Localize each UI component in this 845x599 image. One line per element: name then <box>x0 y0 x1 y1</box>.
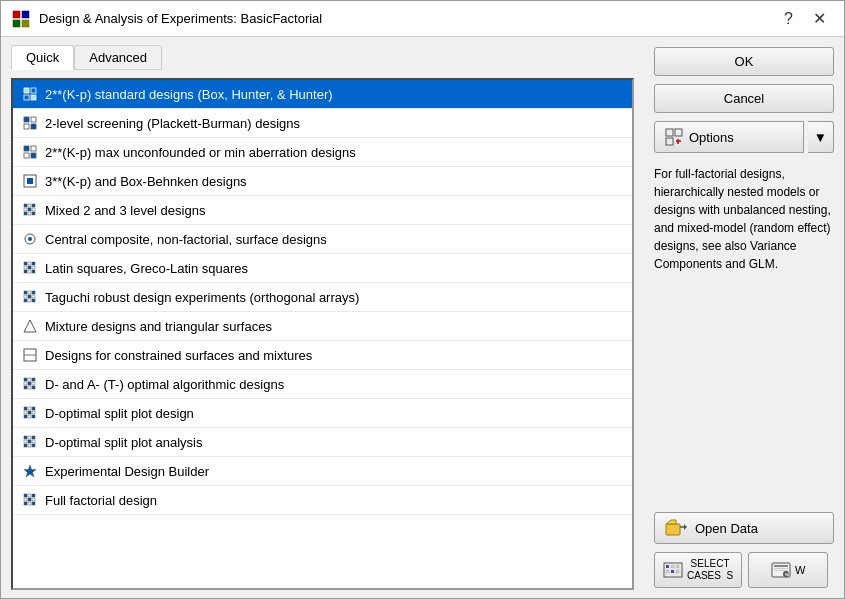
svg-rect-98 <box>671 565 674 568</box>
chevron-down-icon: ▼ <box>814 130 827 145</box>
svg-rect-88 <box>675 129 682 136</box>
list-item[interactable]: Mixture designs and triangular surfaces <box>13 312 632 341</box>
list-item-label: Mixed 2 and 3 level designs <box>45 203 205 218</box>
list-item-icon <box>21 346 39 364</box>
svg-marker-93 <box>666 520 676 524</box>
title-bar: Design & Analysis of Experiments: BasicF… <box>1 1 844 37</box>
svg-rect-65 <box>24 415 27 418</box>
list-item[interactable]: Mixed 2 and 3 level designs <box>13 196 632 225</box>
svg-rect-35 <box>24 270 27 273</box>
svg-rect-85 <box>28 502 31 505</box>
svg-rect-2 <box>13 20 20 27</box>
svg-rect-9 <box>31 117 36 122</box>
svg-rect-33 <box>28 266 31 269</box>
svg-rect-8 <box>24 117 29 122</box>
svg-marker-77 <box>24 465 36 477</box>
right-panel: OK Cancel Options ▼ <box>644 37 844 598</box>
svg-rect-22 <box>28 208 31 211</box>
ok-button[interactable]: OK <box>654 47 834 76</box>
svg-rect-18 <box>24 204 27 207</box>
svg-point-28 <box>28 237 32 241</box>
svg-rect-89 <box>666 138 673 145</box>
list-item[interactable]: 2**(K-p) max unconfounded or min aberrat… <box>13 138 632 167</box>
left-panel: Quick Advanced 2**(K-p) standard designs… <box>1 37 644 598</box>
svg-rect-24 <box>24 212 27 215</box>
svg-rect-71 <box>24 440 27 443</box>
svg-rect-58 <box>32 386 35 389</box>
svg-rect-40 <box>32 291 35 294</box>
svg-rect-72 <box>28 440 31 443</box>
list-item-label: Taguchi robust design experiments (ortho… <box>45 290 359 305</box>
close-button[interactable]: ✕ <box>805 7 834 30</box>
svg-marker-47 <box>24 320 36 332</box>
bottom-buttons-row: SELECTCASES S W W <box>654 552 834 588</box>
help-button[interactable]: ? <box>776 8 801 30</box>
tab-advanced[interactable]: Advanced <box>74 45 162 70</box>
options-button[interactable]: Options <box>654 121 804 153</box>
svg-rect-41 <box>24 295 27 298</box>
svg-rect-57 <box>28 386 31 389</box>
svg-rect-39 <box>28 291 31 294</box>
list-item-icon <box>21 491 39 509</box>
app-icon <box>11 9 31 29</box>
svg-rect-66 <box>28 415 31 418</box>
svg-rect-82 <box>28 498 31 501</box>
title-bar-controls: ? ✕ <box>776 7 834 30</box>
list-item[interactable]: Full factorial design <box>13 486 632 515</box>
w-label: W <box>795 564 805 576</box>
options-label: Options <box>689 130 734 145</box>
list-item-icon <box>21 259 39 277</box>
svg-rect-45 <box>28 299 31 302</box>
list-item[interactable]: 3**(K-p) and Box-Behnken designs <box>13 167 632 196</box>
list-item[interactable]: D- and A- (T-) optimal algorithmic desig… <box>13 370 632 399</box>
list-item-label: 3**(K-p) and Box-Behnken designs <box>45 174 247 189</box>
svg-rect-20 <box>32 204 35 207</box>
list-item[interactable]: Experimental Design Builder <box>13 457 632 486</box>
svg-rect-31 <box>32 262 35 265</box>
list-item[interactable]: D-optimal split plot design <box>13 399 632 428</box>
open-data-button[interactable]: Open Data <box>654 512 834 544</box>
list-item-label: D- and A- (T-) optimal algorithmic desig… <box>45 377 284 392</box>
svg-rect-38 <box>24 291 27 294</box>
svg-rect-14 <box>24 153 29 158</box>
list-item-label: Designs for constrained surfaces and mix… <box>45 348 312 363</box>
svg-rect-52 <box>32 378 35 381</box>
svg-rect-70 <box>32 436 35 439</box>
svg-rect-51 <box>28 378 31 381</box>
list-item[interactable]: Central composite, non-factorial, surfac… <box>13 225 632 254</box>
select-cases-button[interactable]: SELECTCASES S <box>654 552 742 588</box>
w-button[interactable]: W W <box>748 552 828 588</box>
svg-rect-12 <box>24 146 29 151</box>
list-item[interactable]: 2**(K-p) standard designs (Box, Hunter, … <box>13 80 632 109</box>
design-list[interactable]: 2**(K-p) standard designs (Box, Hunter, … <box>11 78 634 590</box>
list-item-icon <box>21 172 39 190</box>
title-bar-left: Design & Analysis of Experiments: BasicF… <box>11 9 322 29</box>
cancel-button[interactable]: Cancel <box>654 84 834 113</box>
svg-rect-23 <box>32 208 35 211</box>
list-item-label: Central composite, non-factorial, surfac… <box>45 232 327 247</box>
svg-rect-61 <box>32 407 35 410</box>
list-item-icon <box>21 317 39 335</box>
svg-rect-36 <box>28 270 31 273</box>
list-item-icon <box>21 201 39 219</box>
svg-rect-67 <box>32 415 35 418</box>
options-icon <box>665 128 683 146</box>
svg-rect-62 <box>24 411 27 414</box>
list-item[interactable]: Taguchi robust design experiments (ortho… <box>13 283 632 312</box>
list-item[interactable]: 2-level screening (Plackett-Burman) desi… <box>13 109 632 138</box>
list-item[interactable]: Designs for constrained surfaces and mix… <box>13 341 632 370</box>
list-item[interactable]: Latin squares, Greco-Latin squares <box>13 254 632 283</box>
svg-rect-4 <box>24 88 29 93</box>
svg-rect-104 <box>774 565 788 567</box>
list-item[interactable]: D-optimal split plot analysis <box>13 428 632 457</box>
svg-rect-53 <box>24 382 27 385</box>
svg-rect-10 <box>24 124 29 129</box>
list-item-icon <box>21 462 39 480</box>
tab-quick[interactable]: Quick <box>11 45 74 70</box>
svg-rect-7 <box>31 95 36 100</box>
svg-rect-97 <box>666 565 669 568</box>
svg-rect-74 <box>24 444 27 447</box>
options-dropdown-button[interactable]: ▼ <box>808 121 834 153</box>
svg-rect-0 <box>13 11 20 18</box>
svg-rect-86 <box>32 502 35 505</box>
